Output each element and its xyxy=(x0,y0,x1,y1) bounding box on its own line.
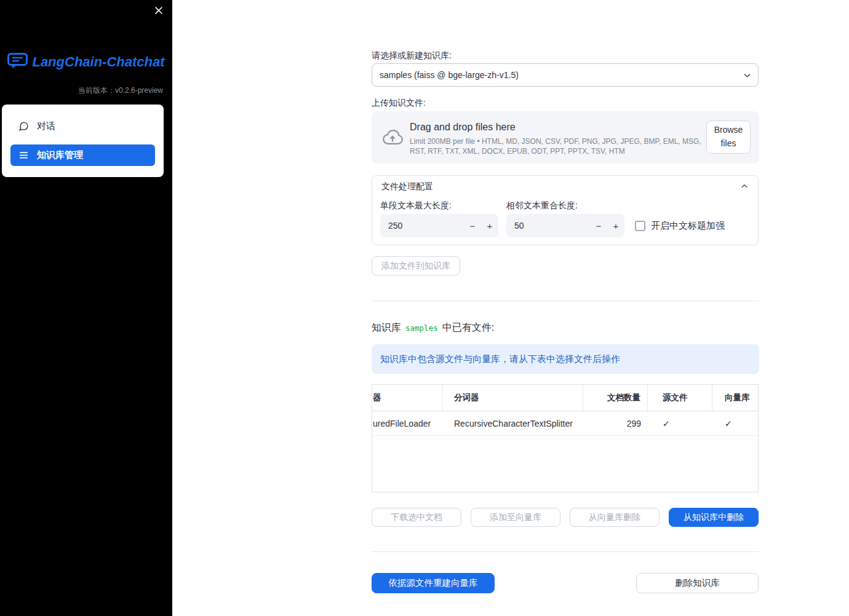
checkbox-label: 开启中文标题加强 xyxy=(651,220,725,232)
col-splitter: 分词器 xyxy=(443,385,583,411)
cell-loader: uredFileLoader xyxy=(372,411,443,435)
sidebar-item-dialogue[interactable]: 对话 xyxy=(10,116,155,137)
version-label: 当前版本：v0.2.6-preview xyxy=(78,85,163,96)
max-length-label: 单段文本最大长度: xyxy=(380,200,452,211)
download-selected-button[interactable]: 下载选中文档 xyxy=(372,508,461,527)
dropzone-title: Drag and drop files here xyxy=(410,122,516,133)
chinese-title-enhance-row[interactable]: 开启中文标题加强 xyxy=(635,219,725,232)
kb-files-suffix: 中已有文件: xyxy=(442,322,494,334)
col-doc-count: 文档数量 xyxy=(583,385,648,411)
col-source-file: 源文件 xyxy=(648,385,712,411)
kb-files-heading: 知识库 samples 中已有文件: xyxy=(372,322,494,334)
checkbox[interactable] xyxy=(635,221,645,231)
chevron-up-icon xyxy=(740,182,749,192)
info-banner: 知识库中包含源文件与向量库，请从下表中选择文件后操作 xyxy=(372,344,759,374)
sidebar-menu: 对话 知识库管理 xyxy=(2,105,164,177)
browse-files-button[interactable]: Browse files xyxy=(706,120,751,154)
delete-from-vector-button[interactable]: 从向量库删除 xyxy=(570,508,660,527)
upload-label: 上传知识文件: xyxy=(372,98,426,109)
kb-select-label: 请选择或新建知识库: xyxy=(372,50,452,61)
rebuild-vector-store-button[interactable]: 依据源文件重建向量库 xyxy=(372,573,495,593)
delete-from-kb-button[interactable]: 从知识库中删除 xyxy=(669,508,759,527)
app-logo: LangChain-Chatchat xyxy=(0,53,172,71)
sidebar-item-knowledge-base[interactable]: 知识库管理 xyxy=(10,144,155,166)
cell-vector-check: ✓ xyxy=(712,411,758,435)
decrement-button[interactable]: − xyxy=(592,214,605,237)
add-to-vector-button[interactable]: 添加至向量库 xyxy=(471,508,560,527)
add-files-to-kb-button[interactable]: 添加文件到知识库 xyxy=(372,256,460,275)
kb-name-code: samples xyxy=(405,323,438,333)
main-content: 请选择或新建知识库: samples (faiss @ bge-large-zh… xyxy=(372,0,759,616)
cell-splitter: RecursiveCharacterTextSplitter xyxy=(443,411,583,435)
col-loader: 器 xyxy=(372,385,443,411)
close-icon[interactable] xyxy=(153,5,164,16)
expander-title: 文件处理配置 xyxy=(381,181,433,192)
expander-header[interactable]: 文件处理配置 xyxy=(372,176,758,198)
chat-bubble-icon xyxy=(18,121,29,132)
cell-doc-count: 299 xyxy=(583,411,648,435)
file-dropzone[interactable]: Drag and drop files here Limit 200MB per… xyxy=(372,111,759,164)
logo-text: LangChain-Chatchat xyxy=(32,54,164,70)
table-row[interactable]: uredFileLoader RecursiveCharacterTextSpl… xyxy=(372,411,758,436)
dropzone-limit: Limit 200MB per file • HTML, MD, JSON, C… xyxy=(410,136,706,156)
cell-source-check: ✓ xyxy=(648,411,712,435)
overlap-input[interactable]: 50 − + xyxy=(506,214,624,237)
files-table[interactable]: 器 分词器 文档数量 源文件 向量库 uredFileLoader Recurs… xyxy=(372,384,759,492)
overlap-value: 50 xyxy=(514,214,524,237)
info-text: 知识库中包含源文件与向量库，请从下表中选择文件后操作 xyxy=(380,353,620,365)
sidebar-item-label: 知识库管理 xyxy=(37,149,83,161)
logo-icon xyxy=(7,53,28,71)
kb-select-value: samples (faiss @ bge-large-zh-v1.5) xyxy=(380,70,519,80)
divider xyxy=(372,551,759,552)
delete-kb-button[interactable]: 删除知识库 xyxy=(636,573,759,593)
sidebar: LangChain-Chatchat 当前版本：v0.2.6-preview 对… xyxy=(0,0,172,616)
max-length-input[interactable]: 250 − + xyxy=(380,214,498,237)
kb-select[interactable]: samples (faiss @ bge-large-zh-v1.5) xyxy=(372,63,759,87)
divider xyxy=(372,301,759,301)
increment-button[interactable]: + xyxy=(483,214,496,237)
list-icon xyxy=(18,150,29,160)
chevron-down-icon xyxy=(743,71,752,82)
increment-button[interactable]: + xyxy=(609,214,623,237)
decrement-button[interactable]: − xyxy=(466,214,479,237)
kb-files-prefix: 知识库 xyxy=(372,322,401,334)
col-vector-store: 向量库 xyxy=(712,385,758,411)
sidebar-item-label: 对话 xyxy=(37,120,55,132)
file-config-expander: 文件处理配置 单段文本最大长度: 相邻文本重合长度: 250 − + 50 − … xyxy=(372,175,759,245)
cloud-upload-icon xyxy=(381,128,404,148)
table-header: 器 分词器 文档数量 源文件 向量库 xyxy=(372,385,758,411)
overlap-label: 相邻文本重合长度: xyxy=(506,200,578,211)
max-length-value: 250 xyxy=(388,214,402,237)
